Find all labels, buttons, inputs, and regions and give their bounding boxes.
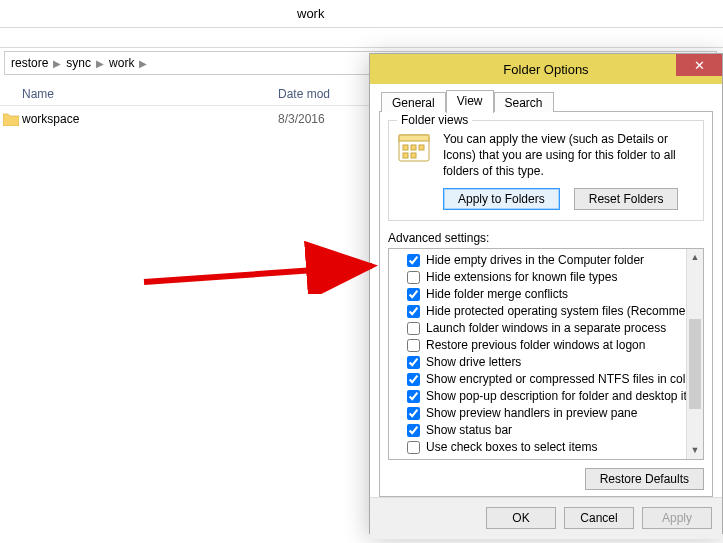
ok-button[interactable]: OK bbox=[486, 507, 556, 529]
setting-label: Hide extensions for known file types bbox=[426, 270, 617, 284]
setting-label: Show pop-up description for folder and d… bbox=[426, 389, 686, 403]
setting-label: Hide empty drives in the Computer folder bbox=[426, 253, 644, 267]
setting-item[interactable]: Launch folder windows in a separate proc… bbox=[391, 320, 684, 337]
setting-item[interactable]: Restore previous folder windows at logon bbox=[391, 337, 684, 354]
apply-button[interactable]: Apply bbox=[642, 507, 712, 529]
advanced-settings-list: Hide empty drives in the Computer folder… bbox=[388, 248, 704, 460]
breadcrumb-seg[interactable]: work bbox=[109, 56, 134, 70]
setting-item[interactable]: Show pop-up description for folder and d… bbox=[391, 388, 684, 405]
file-name: workspace bbox=[22, 112, 278, 126]
setting-label: Hide folder merge conflicts bbox=[426, 287, 568, 301]
setting-item[interactable]: Hide empty drives in the Computer folder bbox=[391, 252, 684, 269]
setting-item[interactable]: Use check boxes to select items bbox=[391, 439, 684, 456]
setting-checkbox[interactable] bbox=[407, 407, 420, 420]
setting-checkbox[interactable] bbox=[407, 305, 420, 318]
close-icon: ✕ bbox=[694, 58, 705, 73]
setting-checkbox[interactable] bbox=[407, 288, 420, 301]
col-name[interactable]: Name bbox=[0, 87, 278, 101]
setting-label: Hide protected operating system files (R… bbox=[426, 304, 686, 318]
setting-label: Launch folder windows in a separate proc… bbox=[426, 321, 666, 335]
setting-checkbox[interactable] bbox=[407, 322, 420, 335]
svg-rect-4 bbox=[419, 145, 424, 150]
svg-rect-1 bbox=[399, 135, 429, 141]
breadcrumb-seg[interactable]: sync bbox=[66, 56, 91, 70]
setting-item[interactable]: Hide extensions for known file types bbox=[391, 269, 684, 286]
setting-checkbox[interactable] bbox=[407, 271, 420, 284]
folder-views-icon bbox=[397, 131, 433, 167]
svg-rect-5 bbox=[403, 153, 408, 158]
scroll-down-icon[interactable]: ▼ bbox=[687, 442, 703, 459]
cancel-button[interactable]: Cancel bbox=[564, 507, 634, 529]
setting-item[interactable]: Hide protected operating system files (R… bbox=[391, 303, 684, 320]
tab-view[interactable]: View bbox=[446, 90, 494, 113]
restore-defaults-button[interactable]: Restore Defaults bbox=[585, 468, 704, 490]
setting-item[interactable]: Show status bar bbox=[391, 422, 684, 439]
tab-general[interactable]: General bbox=[381, 92, 446, 112]
dialog-title: Folder Options bbox=[503, 62, 588, 77]
setting-label: Show encrypted or compressed NTFS files … bbox=[426, 372, 686, 386]
explorer-title-bar: work bbox=[0, 0, 723, 28]
setting-label: Show preview handlers in preview pane bbox=[426, 406, 637, 420]
apply-to-folders-button[interactable]: Apply to Folders bbox=[443, 188, 560, 210]
dialog-footer: OK Cancel Apply bbox=[370, 497, 722, 539]
tab-pane-view: Folder views You can apply t bbox=[379, 111, 713, 497]
setting-item[interactable]: Show drive letters bbox=[391, 354, 684, 371]
breadcrumb-seg[interactable]: restore bbox=[11, 56, 48, 70]
setting-checkbox[interactable] bbox=[407, 356, 420, 369]
reset-folders-button[interactable]: Reset Folders bbox=[574, 188, 679, 210]
svg-rect-3 bbox=[411, 145, 416, 150]
setting-checkbox[interactable] bbox=[407, 339, 420, 352]
setting-item[interactable]: Hide folder merge conflicts bbox=[391, 286, 684, 303]
setting-item[interactable]: Show preview handlers in preview pane bbox=[391, 405, 684, 422]
scroll-up-icon[interactable]: ▲ bbox=[687, 249, 703, 266]
svg-rect-2 bbox=[403, 145, 408, 150]
setting-label: Show drive letters bbox=[426, 355, 521, 369]
folder-icon bbox=[0, 112, 22, 126]
folder-views-group: Folder views You can apply t bbox=[388, 120, 704, 221]
ribbon-spacer bbox=[0, 28, 723, 48]
dialog-title-bar[interactable]: Folder Options ✕ bbox=[370, 54, 722, 84]
advanced-settings-label: Advanced settings: bbox=[388, 231, 704, 245]
setting-item[interactable]: Show encrypted or compressed NTFS files … bbox=[391, 371, 684, 388]
close-button[interactable]: ✕ bbox=[676, 54, 722, 76]
scrollbar[interactable]: ▲ ▼ bbox=[686, 249, 703, 459]
tab-search[interactable]: Search bbox=[494, 92, 554, 112]
setting-checkbox[interactable] bbox=[407, 373, 420, 386]
folder-options-dialog: Folder Options ✕ General View Search Fol… bbox=[369, 53, 723, 534]
chevron-right-icon: ▶ bbox=[53, 58, 61, 69]
group-legend: Folder views bbox=[397, 113, 472, 127]
explorer-title: work bbox=[297, 6, 324, 21]
annotation-arrow bbox=[140, 238, 390, 294]
svg-line-7 bbox=[144, 266, 372, 282]
setting-label: Use check boxes to select items bbox=[426, 440, 597, 454]
setting-label: Show status bar bbox=[426, 423, 512, 437]
setting-checkbox[interactable] bbox=[407, 254, 420, 267]
svg-rect-6 bbox=[411, 153, 416, 158]
chevron-right-icon: ▶ bbox=[96, 58, 104, 69]
setting-checkbox[interactable] bbox=[407, 390, 420, 403]
chevron-right-icon: ▶ bbox=[139, 58, 147, 69]
tab-strip: General View Search bbox=[379, 90, 713, 112]
setting-checkbox[interactable] bbox=[407, 441, 420, 454]
setting-label: Restore previous folder windows at logon bbox=[426, 338, 645, 352]
setting-checkbox[interactable] bbox=[407, 424, 420, 437]
folder-views-text: You can apply the view (such as Details … bbox=[443, 131, 695, 180]
scroll-thumb[interactable] bbox=[689, 319, 701, 409]
